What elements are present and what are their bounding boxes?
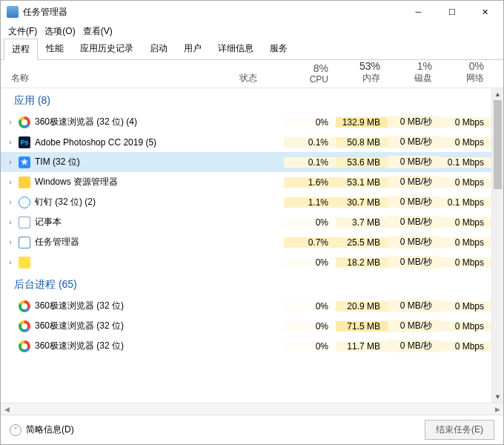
cell-cpu: 1.6%: [284, 177, 336, 188]
col-disk[interactable]: 1% 磁盘: [388, 60, 440, 85]
cell-name: ›360极速浏览器 (32 位) (4): [1, 116, 239, 128]
col-memory[interactable]: 53% 内存: [336, 60, 388, 85]
cell-mem: 30.7 MB: [336, 197, 388, 208]
cell-mem: 53.6 MB: [336, 157, 388, 168]
expand-icon[interactable]: ›: [5, 258, 16, 266]
scroll-thumb[interactable]: [494, 100, 502, 189]
cell-disk: 0 MB/秒: [388, 136, 440, 148]
process-row[interactable]: ›360极速浏览器 (32 位) (4)0%132.9 MB0 MB/秒0 Mb…: [1, 112, 491, 132]
cell-disk: 0 MB/秒: [388, 116, 440, 128]
tab-services[interactable]: 服务: [262, 38, 296, 59]
cell-cpu: 1.1%: [284, 197, 336, 208]
cell-name: ›Windows 资源管理器: [1, 176, 239, 188]
process-icon: [19, 237, 30, 248]
process-row[interactable]: 360极速浏览器 (32 位)0%11.7 MB0 MB/秒0 Mbps: [1, 336, 491, 356]
cell-cpu: 0%: [284, 257, 336, 268]
cell-net: 0.1 Mbps: [440, 157, 491, 168]
menubar: 文件(F) 选项(O) 查看(V): [1, 23, 503, 39]
cell-mem: 50.8 MB: [336, 137, 388, 148]
vertical-scrollbar[interactable]: ▲ ▼: [491, 88, 503, 403]
footer: ˄ 简略信息(D) 结束任务(E): [1, 415, 503, 444]
minimize-button[interactable]: ─: [402, 1, 435, 22]
cell-disk: 0 MB/秒: [388, 256, 440, 268]
tab-app-history[interactable]: 应用历史记录: [72, 38, 142, 59]
process-row[interactable]: ›PsAdobe Photoshop CC 2019 (5)0.1%50.8 M…: [1, 132, 491, 152]
process-row[interactable]: 360极速浏览器 (32 位)0%20.9 MB0 MB/秒0 Mbps: [1, 296, 491, 316]
scroll-left-icon[interactable]: ◀: [1, 406, 13, 413]
cell-disk: 0 MB/秒: [388, 320, 440, 332]
menu-options[interactable]: 选项(O): [44, 25, 75, 38]
cell-disk: 0 MB/秒: [388, 340, 440, 352]
cell-cpu: 0%: [284, 301, 336, 312]
col-status[interactable]: 状态: [239, 72, 284, 85]
cell-mem: 3.7 MB: [336, 217, 388, 228]
process-row[interactable]: ›Windows 资源管理器1.6%53.1 MB0 MB/秒0 Mbps: [1, 172, 491, 192]
process-icon: [19, 320, 30, 332]
cell-cpu: 0.7%: [284, 237, 336, 248]
cell-cpu: 0.1%: [284, 137, 336, 148]
group-background: 后台进程 (65): [1, 272, 491, 296]
process-icon: [19, 340, 30, 352]
tab-performance[interactable]: 性能: [38, 38, 72, 59]
process-row[interactable]: ›★TIM (32 位)0.1%53.6 MB0 MB/秒0.1 Mbps: [1, 152, 491, 172]
close-button[interactable]: ✕: [468, 1, 502, 22]
cell-net: 0 Mbps: [440, 217, 491, 228]
cell-mem: 53.1 MB: [336, 177, 388, 188]
app-icon: [7, 6, 19, 18]
process-icon: [19, 257, 30, 268]
window-title: 任务管理器: [23, 6, 402, 19]
process-rows[interactable]: 应用 (8)›360极速浏览器 (32 位) (4)0%132.9 MB0 MB…: [1, 88, 491, 403]
maximize-button[interactable]: ☐: [435, 1, 468, 22]
tab-startup[interactable]: 启动: [142, 38, 176, 59]
process-icon: [19, 197, 30, 208]
titlebar[interactable]: 任务管理器 ─ ☐ ✕: [1, 1, 503, 23]
cpu-label: CPU: [284, 74, 328, 85]
process-row[interactable]: ›0%18.2 MB0 MB/秒0 Mbps: [1, 252, 491, 272]
end-task-button[interactable]: 结束任务(E): [425, 420, 494, 440]
expand-icon[interactable]: ›: [5, 198, 16, 206]
expand-icon[interactable]: ›: [5, 218, 16, 226]
tab-details[interactable]: 详细信息: [210, 38, 262, 59]
col-cpu[interactable]: 8% CPU: [284, 62, 336, 85]
expand-icon[interactable]: ›: [5, 138, 16, 146]
process-name: 360极速浏览器 (32 位): [35, 300, 124, 312]
horizontal-scrollbar[interactable]: ◀ ▶: [1, 403, 503, 415]
cell-name: ›★TIM (32 位): [1, 156, 239, 168]
process-icon: [19, 116, 30, 128]
fewer-details-label: 简略信息(D): [26, 423, 74, 436]
expand-icon[interactable]: ›: [5, 238, 16, 246]
col-name[interactable]: 名称: [1, 72, 239, 85]
menu-file[interactable]: 文件(F): [8, 25, 37, 38]
cell-disk: 0 MB/秒: [388, 176, 440, 188]
cell-net: 0.1 Mbps: [440, 197, 491, 208]
tab-processes[interactable]: 进程: [4, 39, 38, 60]
cell-disk: 0 MB/秒: [388, 156, 440, 168]
process-name: Adobe Photoshop CC 2019 (5): [35, 137, 156, 148]
cell-name: ›任务管理器: [1, 236, 239, 248]
scroll-down-icon[interactable]: ▼: [492, 391, 503, 403]
cell-name: 360极速浏览器 (32 位): [1, 320, 239, 332]
scroll-up-icon[interactable]: ▲: [492, 88, 503, 100]
expand-icon[interactable]: ›: [5, 158, 16, 166]
cell-net: 0 Mbps: [440, 257, 491, 268]
cell-disk: 0 MB/秒: [388, 300, 440, 312]
fewer-details-button[interactable]: ˄ 简略信息(D): [10, 423, 74, 436]
disk-total-pct: 1%: [388, 60, 432, 72]
menu-view[interactable]: 查看(V): [83, 25, 113, 38]
col-network[interactable]: 0% 网络: [440, 60, 491, 85]
expand-icon[interactable]: ›: [5, 118, 16, 126]
cell-name: ›PsAdobe Photoshop CC 2019 (5): [1, 136, 239, 148]
scroll-right-icon[interactable]: ▶: [491, 406, 503, 413]
process-row[interactable]: ›钉钉 (32 位) (2)1.1%30.7 MB0 MB/秒0.1 Mbps: [1, 192, 491, 212]
process-row[interactable]: ›任务管理器0.7%25.5 MB0 MB/秒0 Mbps: [1, 232, 491, 252]
process-name: 任务管理器: [35, 236, 79, 248]
tab-users[interactable]: 用户: [176, 38, 210, 59]
process-name: 钉钉 (32 位) (2): [35, 196, 96, 208]
cell-mem: 71.5 MB: [336, 321, 388, 332]
cell-mem: 20.9 MB: [336, 301, 388, 312]
process-row[interactable]: ›记事本0%3.7 MB0 MB/秒0 Mbps: [1, 212, 491, 232]
expand-icon[interactable]: ›: [5, 178, 16, 186]
task-manager-window: 任务管理器 ─ ☐ ✕ 文件(F) 选项(O) 查看(V) 进程 性能 应用历史…: [0, 0, 504, 445]
cell-mem: 25.5 MB: [336, 237, 388, 248]
process-row[interactable]: 360极速浏览器 (32 位)0%71.5 MB0 MB/秒0 Mbps: [1, 316, 491, 336]
